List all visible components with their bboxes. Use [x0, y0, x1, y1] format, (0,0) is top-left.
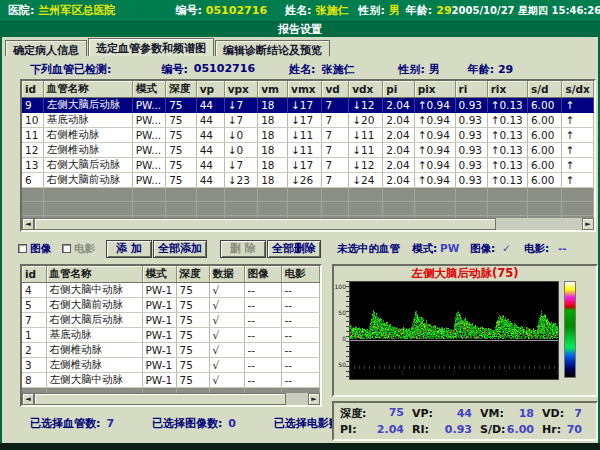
cell: 7: [322, 158, 349, 173]
scroll-thumb[interactable]: [34, 218, 496, 230]
cell: 75: [176, 328, 209, 343]
vessel-count-value: 7: [106, 417, 114, 430]
table-row[interactable]: 7右侧大脑后动脉PW-175√----: [22, 313, 319, 328]
cell: 75: [176, 358, 209, 373]
delete-all-button[interactable]: 全部删除: [267, 240, 321, 258]
tab-vessel-params[interactable]: 选定血管参数和频谱图: [88, 38, 214, 56]
mode-value: PW: [440, 242, 459, 254]
scroll-right-arrow[interactable]: ►: [582, 218, 594, 230]
cell: 基底动脉: [43, 113, 132, 128]
empty-cell: [166, 202, 197, 216]
cell: √: [209, 373, 244, 388]
table-row[interactable]: 10基底动脉PW...7544↓718↓177↓202.04↑0.940.93↑…: [22, 113, 594, 128]
table-row[interactable]: 6右侧大脑前动脉PW...7544↓2318↓267↓242.04↑0.940.…: [22, 173, 594, 188]
scroll-left-arrow[interactable]: ◄: [22, 218, 34, 230]
empty-cell: [258, 188, 288, 202]
selected-vessels-table: id血管名称模式深度数据图像电影 4右侧大脑中动脉PW-175√----5右侧大…: [20, 264, 322, 407]
info-name-label: 姓名:: [289, 62, 315, 76]
cell: ↑: [562, 113, 594, 128]
param-label: Hr:: [542, 423, 561, 436]
column-header: 血管名称: [43, 81, 132, 98]
cell: 9: [22, 98, 43, 113]
sex-label: 性别:: [358, 3, 384, 18]
cell: --: [244, 328, 281, 343]
param-value: 44: [457, 407, 472, 420]
add-button[interactable]: 添 加: [106, 240, 152, 258]
cell: PW-1: [142, 343, 176, 358]
scroll-left-arrow[interactable]: ◄: [22, 393, 34, 405]
selected-vessels-grid: id血管名称模式深度数据图像电影 4右侧大脑中动脉PW-175√----5右侧大…: [22, 266, 320, 407]
measured-vessels-grid: id血管名称模式深度vpvpxvmvmxvdvdxpipixririxs/ds/…: [22, 81, 594, 230]
empty-cell: [288, 188, 322, 202]
image-checkbox-box[interactable]: [18, 244, 27, 253]
cell: 1: [22, 328, 46, 343]
cell: 0.93: [455, 158, 487, 173]
cell: 75: [176, 373, 209, 388]
column-header: 电影: [281, 266, 319, 283]
cell: 0.93: [455, 98, 487, 113]
cell: 75: [176, 283, 209, 298]
cell: 左侧大脑后动脉: [43, 98, 132, 113]
main-panel: 确定病人信息 选定血管参数和频谱图 编辑诊断结论及预览 下列血管已检测: 编号:…: [2, 37, 598, 443]
movie-checkbox-box[interactable]: [62, 244, 71, 253]
empty-cell: [132, 202, 165, 216]
empty-cell: [349, 202, 383, 216]
table-row[interactable]: 13右侧大脑后动脉PW...7544↓718↓177↓122.04↑0.940.…: [22, 158, 594, 173]
column-header: 数据: [209, 266, 244, 283]
empty-cell: [196, 202, 224, 216]
cell: ↑: [562, 158, 594, 173]
scroll-right-arrow[interactable]: ►: [308, 393, 320, 405]
table-row[interactable]: 12左侧椎动脉PW...7544↓018↓117↓112.04↑0.940.93…: [22, 143, 594, 158]
measured-vessels-table: id血管名称模式深度vpvpxvmvmxvdvdxpipixririxs/ds/…: [20, 79, 596, 232]
movie-status-value: --: [558, 242, 567, 254]
scroll-track: [496, 218, 582, 230]
table-row[interactable]: 3左侧椎动脉PW-175√----: [22, 358, 319, 373]
table-row[interactable]: 2右侧椎动脉PW-175√----: [22, 343, 319, 358]
add-all-button[interactable]: 全部添加: [153, 240, 207, 258]
param-label: VP:: [412, 407, 433, 420]
cell: 0.93: [455, 173, 487, 188]
movie-checkbox[interactable]: 电影: [62, 242, 95, 256]
table-row[interactable]: 8左侧大脑中动脉PW-175√----: [22, 373, 319, 388]
cell: ↑: [562, 173, 594, 188]
empty-cell: [455, 188, 487, 202]
cell: ↑0.94: [414, 173, 455, 188]
cell: ↓17: [288, 158, 322, 173]
cell: ↓11: [288, 143, 322, 158]
param-label: VM:: [480, 407, 504, 420]
cell: --: [281, 358, 319, 373]
y-tick-label: 0: [334, 335, 346, 342]
column-header: id: [22, 81, 43, 98]
table-row[interactable]: 4右侧大脑中动脉PW-175√----: [22, 283, 319, 298]
table-row[interactable]: 1基底动脉PW-175√----: [22, 328, 319, 343]
tab-diagnosis-preview[interactable]: 编辑诊断结论及预览: [215, 40, 330, 56]
param-value: 0.93: [445, 423, 472, 436]
cell: √: [209, 328, 244, 343]
cell: 18: [258, 113, 288, 128]
table-row[interactable]: 9左侧大脑后动脉PW...7544↓718↓177↓122.04↑0.940.9…: [22, 98, 594, 113]
scroll-thumb[interactable]: [34, 393, 286, 405]
table-row[interactable]: 5右侧大脑前动脉PW-175√----: [22, 298, 319, 313]
cell: PW-1: [142, 283, 176, 298]
info-id-value: 05102716: [194, 62, 255, 76]
delete-button[interactable]: 删 除: [220, 240, 266, 258]
cell: 44: [196, 128, 224, 143]
image-checkbox[interactable]: 图像: [18, 242, 51, 256]
cell: 7: [22, 313, 46, 328]
cell: ↓7: [224, 98, 257, 113]
cell: 右侧大脑中动脉: [46, 283, 142, 298]
cell: --: [281, 328, 319, 343]
cell: ↓7: [224, 158, 257, 173]
cell: 6.00: [527, 128, 562, 143]
cell: 2.04: [383, 158, 414, 173]
tab-patient-info[interactable]: 确定病人信息: [5, 40, 87, 56]
cell: 2.04: [383, 143, 414, 158]
table-row[interactable]: 11右侧椎动脉PW...7544↓018↓117↓112.04↑0.940.93…: [22, 128, 594, 143]
cell: 2.04: [383, 173, 414, 188]
cell: 5: [22, 298, 46, 313]
cell: PW-1: [142, 313, 176, 328]
cell: ↓11: [349, 143, 383, 158]
cell: 2: [22, 343, 46, 358]
cell: 44: [196, 98, 224, 113]
cell: 2.04: [383, 113, 414, 128]
